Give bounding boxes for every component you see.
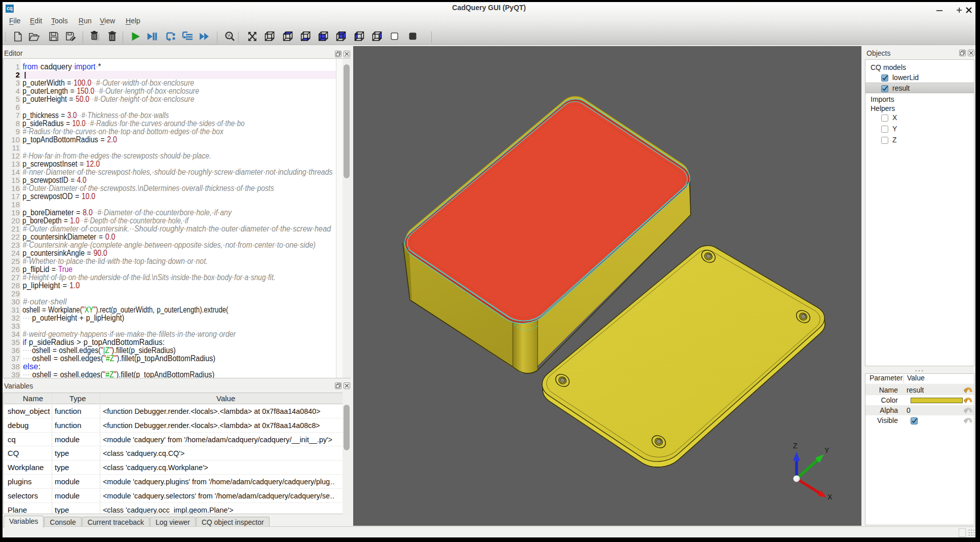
svg-text:Y: Y <box>824 446 830 454</box>
svg-text:Z: Z <box>793 442 798 450</box>
svg-text:X: X <box>827 493 833 501</box>
